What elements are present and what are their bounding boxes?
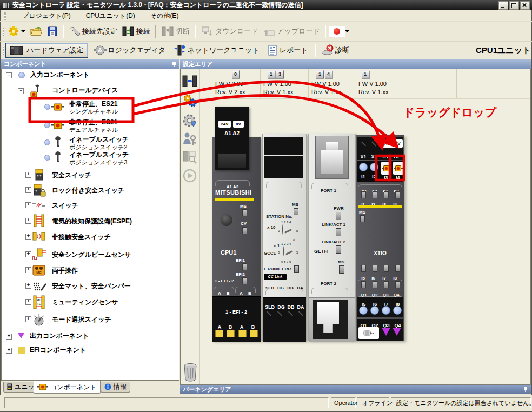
expand-icon[interactable] bbox=[25, 251, 31, 257]
tree-row-safety-switch[interactable]: 安全スイッチ bbox=[2, 167, 179, 182]
x10-rotary-dial[interactable] bbox=[282, 224, 283, 235]
collapse-icon[interactable] bbox=[6, 72, 12, 78]
input-terminal-circle[interactable] bbox=[382, 306, 390, 315]
expand-icon[interactable] bbox=[25, 218, 31, 224]
ethernet-port-top bbox=[315, 136, 349, 179]
pin-icon[interactable] bbox=[171, 61, 177, 68]
expand-icon[interactable] bbox=[25, 316, 31, 322]
logic-editor-label: ロジックエディタ bbox=[108, 45, 165, 55]
diagnosis-label: 診断 bbox=[335, 45, 349, 55]
tree-row-muting-sensor[interactable]: MUTE ミューティングセンサ bbox=[2, 294, 179, 310]
geth-module[interactable]: PORT 1 PWR LINK/ACT 1 LINK/ACT 2 GETH MS… bbox=[308, 134, 356, 341]
tree-row-two-hand[interactable]: MC 両手操作 bbox=[2, 262, 179, 277]
download-button[interactable]: ダウンロード bbox=[198, 24, 261, 38]
lamp-component[interactable] bbox=[358, 327, 379, 339]
configure-wheel-icon[interactable] bbox=[182, 114, 197, 129]
disconnect-button[interactable]: 切断 bbox=[159, 24, 192, 38]
tree-row-lock-safety-switch[interactable]: ロック付き安全スイッチ bbox=[2, 182, 179, 197]
ms-indicator bbox=[294, 208, 298, 215]
tree-row-control-device[interactable]: コントロールデバイス bbox=[2, 84, 179, 98]
cpu-power-connector[interactable]: 24V 0V A1 A2 bbox=[215, 107, 249, 170]
input-terminal-circle[interactable] bbox=[370, 163, 378, 171]
tab-component[interactable]: コンポーネント bbox=[34, 381, 101, 394]
x1-rotary-dial[interactable] bbox=[283, 246, 284, 256]
menu-others[interactable]: その他(E) bbox=[150, 11, 179, 21]
input-terminal-circle[interactable] bbox=[393, 306, 402, 315]
terminal-label: Q2 bbox=[369, 293, 380, 297]
tree-label: EFIコンポーネント bbox=[30, 345, 86, 355]
xtio-module[interactable]: 24V 0V X1X2A1A2 I1 I2 I3 I4 X1X2A1A2 bbox=[356, 135, 404, 341]
safety-mat-icon bbox=[32, 279, 47, 293]
tree-row-beam-sensor[interactable]: 安全シングルビームセンサ bbox=[2, 246, 179, 262]
tree-row-output-components[interactable]: 出力コンポーネント bbox=[2, 329, 179, 343]
tree-row-switch[interactable]: スイッチ bbox=[2, 197, 179, 212]
close-button[interactable] bbox=[520, 1, 530, 10]
user-access-icon[interactable] bbox=[182, 131, 197, 147]
terminal-label: DG bbox=[276, 304, 286, 310]
expand-icon[interactable] bbox=[25, 299, 31, 305]
settings-gears-icon[interactable] bbox=[182, 93, 197, 108]
expand-icon[interactable] bbox=[6, 334, 12, 340]
tree-row-safety-mat[interactable]: 安全マット、安全バンパー bbox=[2, 277, 179, 294]
terminal-cell[interactable] bbox=[215, 330, 223, 337]
connect-button[interactable]: 接続 bbox=[119, 24, 152, 38]
diagnosis-button[interactable]: 診断 bbox=[318, 43, 351, 57]
estop-component-i3[interactable] bbox=[381, 162, 391, 175]
tree-row-estop-dual[interactable]: 非常停止、ES21 デュアルチャネル bbox=[2, 117, 179, 135]
open-button[interactable] bbox=[28, 25, 45, 38]
upload-button[interactable]: アップロード bbox=[261, 24, 323, 38]
expand-icon[interactable] bbox=[25, 283, 31, 289]
slot-number: 1 bbox=[361, 70, 369, 78]
tree-row-espe[interactable]: 電気的検知保護設備(ESPE) bbox=[2, 212, 179, 229]
output-component[interactable] bbox=[382, 328, 390, 336]
record-button[interactable] bbox=[329, 26, 345, 37]
expand-icon[interactable] bbox=[25, 187, 31, 193]
logic-editor-button[interactable]: & ロジックエディタ bbox=[91, 44, 168, 57]
menu-cpu-unit[interactable]: CPUユニット(D) bbox=[86, 11, 135, 21]
input-terminal-circle[interactable] bbox=[359, 163, 368, 171]
expand-icon[interactable] bbox=[25, 202, 31, 208]
new-project-icon bbox=[8, 25, 19, 37]
efi2-label: EFI2 bbox=[236, 272, 245, 277]
report-button[interactable]: レポート bbox=[265, 43, 310, 57]
monitor-search-icon[interactable] bbox=[182, 149, 197, 164]
expand-icon[interactable] bbox=[6, 348, 12, 354]
tab-info[interactable]: 情報 bbox=[101, 382, 130, 393]
slot-divider bbox=[308, 69, 309, 98]
cclink-module[interactable]: MS STATION No. x 10 1 2 3 4 0 5 6 x 1 GC… bbox=[262, 134, 307, 341]
play-icon[interactable] bbox=[183, 169, 197, 183]
tree-row-input-components[interactable]: 入力コンポーネント bbox=[2, 69, 179, 82]
maximize-button[interactable] bbox=[509, 1, 519, 10]
new-project-button[interactable] bbox=[5, 24, 28, 38]
tab-info-label: 情報 bbox=[114, 382, 127, 391]
input-terminal-circle[interactable] bbox=[370, 306, 379, 315]
tree-row-noncontact-switch[interactable]: 非接触安全スイッチ bbox=[2, 229, 179, 244]
tree-row-enable-switch-3[interactable]: イネーブルスイッチ ポジションスイッチ3 bbox=[2, 150, 179, 167]
port-plug bbox=[326, 142, 338, 150]
expand-icon[interactable] bbox=[25, 172, 31, 178]
output-component[interactable] bbox=[393, 328, 401, 336]
hardware-settings-button[interactable]: ハードウェア設定 bbox=[5, 43, 88, 58]
network-unit-button[interactable]: ネットワークユニット bbox=[171, 43, 262, 57]
expand-icon[interactable] bbox=[25, 267, 31, 273]
unit-configuration-icon[interactable] bbox=[182, 74, 197, 89]
terminal-cell[interactable] bbox=[250, 330, 258, 337]
connect-destination-button[interactable]: 接続先設定 bbox=[66, 25, 119, 38]
expand-icon[interactable] bbox=[25, 234, 31, 240]
input-terminal-circle[interactable] bbox=[359, 306, 368, 315]
collapse-icon[interactable] bbox=[18, 88, 24, 94]
record-dropdown-caret[interactable] bbox=[345, 30, 349, 35]
save-button[interactable] bbox=[45, 25, 60, 38]
ab-bracket: AB bbox=[235, 287, 256, 293]
terminal-cell[interactable] bbox=[227, 330, 235, 337]
tree-row-estop-single[interactable]: 非常停止、ES21 シングルチャネル bbox=[2, 99, 179, 116]
tree-row-efi-components[interactable]: EFIコンポーネント bbox=[2, 343, 179, 357]
pin-icon[interactable] bbox=[523, 386, 528, 393]
menu-project[interactable]: プロジェクト(P) bbox=[22, 11, 71, 21]
tree-row-mode-switch[interactable]: モード選択スイッチ bbox=[2, 311, 179, 327]
tree-label: モード選択スイッチ bbox=[52, 315, 111, 324]
terminal-cell[interactable] bbox=[238, 330, 247, 337]
estop-component-i4[interactable] bbox=[393, 162, 403, 175]
minimize-button[interactable] bbox=[498, 1, 508, 10]
trash-icon[interactable] bbox=[183, 362, 198, 382]
